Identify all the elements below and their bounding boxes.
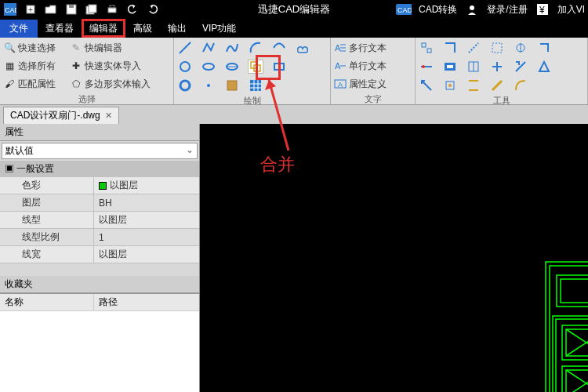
document-tab-label: CAD设计双扇门-.dwg [10,109,100,122]
stext-button[interactable]: 单行文本 [349,60,387,73]
login-button[interactable]: 登录/注册 [487,3,527,16]
menu-advanced[interactable]: 高级 [125,20,160,38]
svg-rect-26 [250,80,261,91]
merge-icon[interactable] [248,60,263,74]
print-icon[interactable] [104,2,120,17]
ellipse-icon[interactable] [201,60,216,74]
svg-rect-39 [422,43,426,47]
svg-marker-51 [539,62,549,71]
match-props-button[interactable]: 匹配属性 [18,78,56,91]
svg-point-12 [470,5,474,10]
svg-rect-7 [89,5,96,13]
circle-icon[interactable] [177,60,193,74]
block-icon[interactable] [224,78,240,93]
tool5-icon[interactable] [513,41,528,55]
undo-icon[interactable] [125,2,140,17]
svg-rect-42 [492,43,502,53]
polygon-input-button[interactable]: 多边形实体输入 [85,78,151,91]
open-icon[interactable] [43,2,59,17]
svg-point-24 [207,84,210,87]
menu-vip[interactable]: VIP功能 [194,20,244,38]
quick-editor-icon: ✎ [70,42,82,54]
props-panel-title: 属性 [0,124,199,141]
svg-line-72 [566,370,588,392]
tool11-icon[interactable] [513,60,528,74]
quick-editor-button: 快编辑器 [85,42,122,55]
new-icon[interactable]: + [23,2,38,17]
quick-select-button[interactable]: 快速选择 [18,42,56,55]
fav-col-name[interactable]: 名称 [0,294,94,310]
tool10-icon[interactable] [489,60,505,74]
ellipse2-icon[interactable] [224,60,240,74]
quick-import-button[interactable]: 快速实体导入 [85,60,141,73]
svg-line-67 [566,329,588,356]
match-props-icon: 🖌 [3,78,16,90]
join-vip-button[interactable]: 加入VI [557,3,585,16]
svg-point-16 [180,62,190,71]
user-icon [464,2,480,17]
tool8-icon[interactable] [442,60,458,74]
hatch-icon[interactable] [248,78,263,93]
file-menu[interactable]: 文件 [0,20,38,38]
svg-point-23 [180,81,190,90]
drawing-canvas[interactable] [200,124,588,392]
tool3-icon[interactable] [466,41,481,55]
tool12-icon[interactable] [536,60,552,74]
select-all-button[interactable]: 选择所有 [18,60,56,73]
menu-editor[interactable]: 编辑器 [82,19,125,38]
svg-rect-40 [427,49,431,53]
fav-col-path[interactable]: 路径 [94,294,122,310]
arc-icon[interactable] [248,41,263,55]
color-swatch-icon [99,182,107,190]
mtext-button[interactable]: 多行文本 [349,42,387,55]
prop-row: 线宽以图层 [0,246,199,263]
document-tab[interactable]: CAD设计双扇门-.dwg ✕ [3,107,119,124]
rect-icon[interactable] [271,60,287,74]
redo-icon[interactable] [145,2,161,17]
menu-viewer[interactable]: 查看器 [38,20,82,38]
polygon-icon: ⬠ [70,78,82,90]
svg-line-15 [180,42,191,53]
props-section-general[interactable]: ▣ 一般设置 [0,161,199,177]
svg-text:+: + [28,5,33,14]
props-table: 色彩以图层 图层BH 线型以图层 线型比例1 线宽以图层 [0,177,199,276]
annotation-text: 合并 [260,153,295,176]
tool17-icon[interactable] [513,78,528,93]
svg-point-17 [203,64,214,70]
curve-icon[interactable] [271,41,287,55]
save-icon[interactable] [64,2,79,17]
tool13-icon[interactable] [419,78,434,93]
props-default-dropdown[interactable]: 默认值⌄ [2,143,198,159]
svg-text:CAD: CAD [5,6,16,14]
tool7-icon[interactable] [419,60,434,74]
line-icon[interactable] [177,41,193,55]
svg-rect-22 [274,64,284,70]
svg-point-46 [422,65,425,68]
tool16-icon[interactable] [489,78,505,93]
tool14-icon[interactable] [442,78,458,93]
svg-rect-9 [110,5,114,8]
tool1-icon[interactable] [419,41,434,55]
attrdef-button[interactable]: 属性定义 [349,78,387,91]
attrdef-icon: A [334,78,347,90]
saveall-icon[interactable] [84,2,100,17]
tool2-icon[interactable] [442,41,458,55]
ring-icon[interactable] [177,78,193,93]
chevron-down-icon: ⌄ [186,144,194,158]
tool4-icon[interactable] [489,41,505,55]
menu-output[interactable]: 输出 [160,20,194,38]
close-tab-icon[interactable]: ✕ [105,111,112,121]
cloud-icon[interactable] [295,41,310,55]
polyline-icon[interactable] [201,41,216,55]
cad-convert-button[interactable]: CAD转换 [419,3,457,16]
svg-rect-5 [69,5,74,8]
tool9-icon[interactable] [466,60,481,74]
svg-rect-58 [557,275,588,307]
point-icon[interactable] [201,78,216,93]
spline-icon[interactable] [224,41,240,55]
tool6-icon[interactable] [536,41,552,55]
ribbon-text-label: 文字 [334,93,412,106]
ribbon-tools-label: 工具 [419,94,584,107]
tool15-icon[interactable] [466,78,481,93]
svg-rect-8 [108,8,116,13]
